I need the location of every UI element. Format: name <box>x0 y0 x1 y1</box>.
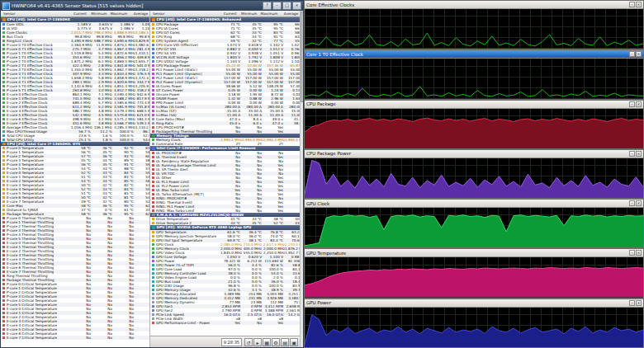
graph-plot <box>305 9 643 49</box>
reset-min-max-button[interactable]: ↺ <box>244 338 253 346</box>
sensor-name-cell: Package/Ring Thermal Throttling <box>150 129 220 134</box>
graph-titlebar[interactable]: GPU Power–× <box>305 299 643 308</box>
graph-minimize-button[interactable]: – <box>629 51 635 57</box>
graph-close-button[interactable]: × <box>636 300 642 306</box>
graph-titlebar[interactable]: CPU Package–× <box>305 101 643 109</box>
graph-minimize-button[interactable]: – <box>629 200 635 206</box>
graph-titlebar[interactable]: GPU Clock–× <box>305 200 643 208</box>
sensor-group-icon <box>152 214 155 217</box>
graph-plot <box>305 257 643 297</box>
sensor-row[interactable]: Package/Ring Thermal ThrottlingNoNoYes <box>150 129 300 134</box>
sensor-value: x8 <box>285 317 300 321</box>
sensor-value-icon <box>2 225 5 228</box>
sensor-value-icon <box>2 151 5 153</box>
graph-close-button[interactable]: × <box>636 250 642 256</box>
sensor-value-icon <box>152 68 154 71</box>
vertical-scrollbar[interactable] <box>300 11 303 347</box>
graph-close-button[interactable]: × <box>636 101 642 107</box>
sensor-value-icon <box>152 309 154 312</box>
log-start-button[interactable]: ▸ <box>253 338 262 346</box>
sensor-value-icon <box>152 305 154 308</box>
sensor-value-icon <box>152 185 154 187</box>
sensor-value-icon <box>2 287 5 289</box>
settings-gear-button[interactable]: ⚙ <box>272 338 280 346</box>
show-graph-button[interactable]: ▦ <box>263 338 271 346</box>
sensor-value-icon <box>152 23 154 26</box>
sensor-value-icon <box>2 110 5 112</box>
graph-close-button[interactable]: × <box>636 51 642 57</box>
graph-titlebar[interactable]: GPU Temperature–× <box>305 249 643 257</box>
sensor-group-label: CPU [#0]: Intel Core i7-13650HX <box>7 17 70 21</box>
sensor-value-icon <box>152 52 154 54</box>
sensor-value-icon <box>2 275 5 277</box>
sensor-value: Yes <box>263 321 285 325</box>
sensor-name-cell: GPU Performance Limit - Power <box>150 321 220 325</box>
sensor-value: Yes <box>220 321 242 325</box>
scrollbar-thumb[interactable] <box>301 12 303 102</box>
minimize-button[interactable]: – <box>272 2 282 10</box>
help-button[interactable]: ? <box>263 2 272 10</box>
sensor-value-icon <box>152 313 154 316</box>
sensor-row[interactable]: Total CPU Utility25.1 %1.8 %100.0 %54.6 … <box>1 138 149 142</box>
sensor-value-icon <box>152 189 154 191</box>
sensor-value-icon <box>2 283 5 285</box>
graph-titlebar[interactable]: Core Effective Clocks–× <box>305 1 643 9</box>
graph-minimize-button[interactable]: – <box>629 101 635 107</box>
sensor-value: 2T <box>220 142 242 146</box>
graph-close-button[interactable]: × <box>636 2 642 7</box>
sensor-row[interactable]: RING: Max Turbo LimitNoNoYes <box>150 209 300 213</box>
sensor-value-icon <box>2 184 5 186</box>
sensor-value: No <box>71 336 92 340</box>
sensor-value-icon <box>152 85 154 87</box>
sensor-value-icon <box>152 81 154 83</box>
sensor-value-icon <box>152 268 154 270</box>
graph-titlebar[interactable]: CPU Package Power–× <box>305 150 643 158</box>
graph-minimize-button[interactable]: – <box>629 300 635 306</box>
sensor-value: 62 °C <box>135 212 149 216</box>
sensor-name-cell: Command Rate <box>150 142 220 146</box>
titlebar-buttons: ?–□× <box>262 2 301 10</box>
sensor-value-icon <box>2 93 5 96</box>
sensor-value-icon <box>152 164 154 167</box>
sensor-value-icon <box>152 73 154 75</box>
graph-minimize-button[interactable]: – <box>629 2 635 7</box>
sensor-name-cell: RING: Max Turbo Limit <box>150 209 220 213</box>
sensor-value-icon <box>2 44 5 46</box>
window-titlebar[interactable]: HWiNFO64 v6.41-4365 Sensor Status [515 v… <box>1 1 303 11</box>
report-button[interactable]: ▤ <box>281 338 289 346</box>
sensor-value-icon <box>152 272 154 275</box>
sensor-value-icon <box>2 77 5 79</box>
sensor-value-icon <box>152 60 154 63</box>
sensor-value-icon <box>2 324 5 327</box>
sensor-value-icon <box>2 242 5 244</box>
close-button[interactable]: × <box>292 2 301 10</box>
column-header-average: Average <box>279 12 300 16</box>
sensor-value-icon <box>152 89 154 92</box>
sensor-value: 25.1 % <box>71 138 92 142</box>
sensor-value-icon <box>2 205 5 207</box>
sensor-value-icon <box>2 159 5 162</box>
expand-button[interactable]: ▣ <box>290 338 298 346</box>
sensor-row[interactable]: E-core 7 Critical TemperatureNoNoNo <box>1 336 149 340</box>
graph-plot <box>305 308 643 347</box>
graph-minimize-button[interactable]: – <box>629 151 635 157</box>
sensor-value-icon <box>2 126 5 129</box>
sensor-value-icon <box>2 101 5 104</box>
graph-minimize-button[interactable]: – <box>629 250 635 256</box>
sensor-value-icon <box>2 237 5 240</box>
sensor-value-icon <box>152 256 154 258</box>
sensor-value-icon <box>2 122 5 125</box>
graph-titlebar[interactable]: Core 1 T0 Effective Clock–× <box>305 50 643 59</box>
graph-panel: Core Effective Clocks–× <box>304 0 644 49</box>
column-header-maximum: Maximum <box>109 12 130 16</box>
sensor-value-icon <box>152 172 154 175</box>
graph-plot <box>305 158 643 198</box>
sensor-row[interactable]: GPU Performance Limit - PowerYesNoYes <box>150 321 300 325</box>
sensor-value-icon <box>2 192 5 195</box>
maximize-button[interactable]: □ <box>282 2 291 10</box>
graph-close-button[interactable]: × <box>636 200 642 206</box>
graph-title: GPU Clock <box>306 201 628 206</box>
sensor-row[interactable]: Command Rate2T2T2T2T <box>150 142 300 146</box>
sensor-row[interactable]: Drive Temperature 244 °C35 °C52 °C43 °C <box>150 221 300 225</box>
graph-close-button[interactable]: × <box>636 151 642 157</box>
